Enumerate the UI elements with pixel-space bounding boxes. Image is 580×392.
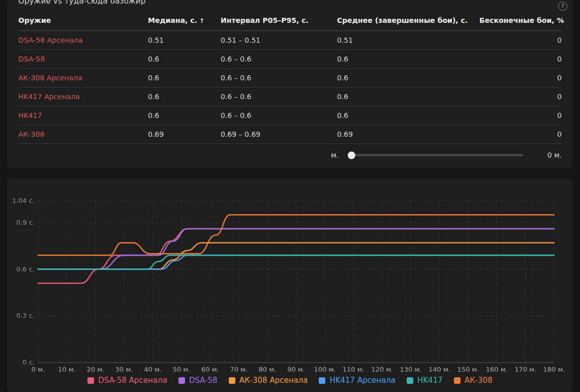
table-row: АК-308 Арсенала0.60.6 – 0.60.60 [18, 69, 562, 87]
x-axis-tick-label: 60 м. [201, 366, 219, 373]
cell-infinite: 0 [479, 69, 562, 87]
x-axis-tick-label: 120 м. [371, 366, 393, 373]
cell-average: 0.6 [337, 106, 479, 125]
distance-slider[interactable] [348, 154, 523, 156]
cell-interval: 0.6 – 0.6 [221, 69, 337, 87]
ttk-chart-card: 0 м.10 м.20 м.30 м.40 м.50 м.60 м.70 м.8… [7, 178, 573, 392]
legend-item[interactable]: DSA-58 Арсенала [87, 376, 167, 385]
weapon-link[interactable]: DSA-58 [18, 55, 45, 63]
legend-swatch [407, 377, 413, 384]
distance-slider-row: м. 0 м. [18, 145, 562, 165]
table-row: DSA-580.60.6 – 0.60.60 [18, 50, 562, 69]
x-axis-tick-label: 110 м. [343, 366, 364, 373]
cell-average: 0.6 [337, 50, 479, 69]
cell-infinite: 0 [479, 87, 562, 106]
cell-average: 0.6 [337, 87, 479, 106]
series-line-АК-308 [38, 215, 554, 256]
cell-median: 0.6 [148, 50, 221, 69]
legend-swatch [319, 377, 325, 384]
y-axis-tick-label: 0.6 с. [16, 265, 35, 273]
x-axis-tick-label: 180 м. [543, 366, 565, 373]
x-axis-tick-label: 170 м. [514, 366, 536, 373]
weapon-link[interactable]: DSA-58 Арсенала [18, 36, 83, 44]
legend-label: DSA-58 Арсенала [98, 376, 167, 385]
column-header-infinite[interactable]: Бесконечные бои, % [479, 11, 562, 31]
cell-median: 0.69 [148, 125, 221, 144]
slider-unit-label: м. [331, 151, 339, 159]
slider-value-label: 0 м. [544, 151, 562, 159]
x-axis-tick-label: 10 м. [58, 366, 76, 373]
weapon-link[interactable]: HK417 Арсенала [18, 93, 80, 101]
column-header-weapon[interactable]: Оружие [18, 11, 148, 31]
cell-weapon: DSA-58 Арсенала [18, 31, 148, 50]
x-axis-tick-label: 80 м. [259, 366, 277, 373]
x-axis-tick-label: 140 м. [429, 366, 450, 373]
weapon-stats-card: Оружие vs туда-сюда базожир ? ОружиеМеди… [7, 0, 573, 168]
cell-interval: 0.6 – 0.6 [221, 50, 337, 69]
sort-ascending-icon: ↑ [197, 17, 204, 24]
x-axis-tick-label: 70 м. [230, 366, 248, 373]
cell-infinite: 0 [479, 50, 562, 69]
weapon-link[interactable]: АК-308 [18, 130, 44, 138]
chart-legend: DSA-58 АрсеналаDSA-58АК-308 АрсеналаHK41… [7, 376, 573, 385]
column-header-label: Медиана, с. [148, 16, 197, 24]
table-header-row: ОружиеМедиана, с. ↑Интервал P05–P95, с.С… [18, 11, 562, 31]
legend-label: DSA-58 [189, 376, 218, 385]
x-axis-tick-label: 0 м. [32, 366, 45, 373]
cell-infinite: 0 [479, 106, 562, 125]
cell-infinite: 0 [479, 31, 562, 50]
legend-item[interactable]: DSA-58 [178, 376, 218, 385]
table-row: DSA-58 Арсенала0.510.51 – 0.510.510 [18, 31, 562, 50]
legend-label: HK417 [417, 376, 443, 385]
cell-median: 0.6 [148, 87, 221, 106]
y-axis-tick-label: 0 с. [22, 358, 35, 366]
cell-weapon: DSA-58 [18, 50, 148, 69]
cell-interval: 0.51 – 0.51 [221, 31, 337, 50]
cell-weapon: HK417 [18, 106, 148, 125]
legend-item[interactable]: HK417 [407, 376, 443, 385]
x-axis-tick-label: 30 м. [115, 366, 133, 373]
legend-swatch [454, 377, 461, 384]
cell-median: 0.51 [148, 31, 221, 50]
legend-item[interactable]: АК-308 Арсенала [229, 376, 308, 385]
column-header-label: Среднее (завершенные бои), с. [337, 16, 468, 24]
table-row: HK4170.60.6 – 0.60.60 [18, 106, 562, 125]
cell-average: 0.51 [337, 31, 479, 50]
column-header-average[interactable]: Среднее (завершенные бои), с. [337, 11, 479, 31]
weapon-link[interactable]: АК-308 Арсенала [18, 74, 82, 82]
legend-swatch [229, 377, 235, 384]
legend-label: АК-308 [465, 376, 493, 385]
info-icon[interactable]: ? [558, 2, 567, 11]
cell-weapon: АК-308 [18, 125, 148, 144]
column-header-interval[interactable]: Интервал P05–P95, с. [221, 11, 337, 31]
legend-item[interactable]: АК-308 [454, 376, 493, 385]
x-axis-tick-label: 130 м. [400, 366, 422, 373]
cell-interval: 0.6 – 0.6 [221, 87, 337, 106]
cell-infinite: 0 [479, 125, 562, 144]
legend-swatch [178, 377, 185, 384]
y-axis-tick-label: 0.9 с. [16, 219, 35, 226]
column-header-label: Интервал P05–P95, с. [221, 16, 309, 24]
column-header-median[interactable]: Медиана, с. ↑ [148, 11, 221, 31]
x-axis-tick-label: 40 м. [144, 366, 162, 373]
cell-interval: 0.69 – 0.69 [221, 125, 337, 144]
legend-label: АК-308 Арсенала [239, 376, 308, 385]
column-header-label: Бесконечные бои, % [479, 16, 564, 24]
x-axis-tick-label: 50 м. [173, 366, 191, 373]
cell-median: 0.6 [148, 106, 221, 125]
table-row: HK417 Арсенала0.60.6 – 0.60.60 [18, 87, 562, 106]
x-axis-tick-label: 20 м. [86, 366, 104, 373]
x-axis-tick-label: 160 м. [486, 366, 508, 373]
card-header: Оружие vs туда-сюда базожир ? [7, 0, 573, 11]
table-row: АК-3080.690.69 – 0.690.690 [18, 125, 562, 144]
weapon-stats-table: ОружиеМедиана, с. ↑Интервал P05–P95, с.С… [18, 11, 562, 144]
column-header-label: Оружие [18, 16, 51, 24]
weapon-link[interactable]: HK417 [18, 111, 42, 119]
cell-weapon: HK417 Арсенала [18, 87, 148, 106]
x-axis-tick-label: 90 м. [287, 366, 305, 373]
legend-swatch [87, 377, 94, 384]
legend-item[interactable]: HK417 Арсенала [319, 376, 395, 385]
x-axis-tick-label: 150 м. [457, 366, 479, 373]
ttk-distance-chart: 0 м.10 м.20 м.30 м.40 м.50 м.60 м.70 м.8… [7, 179, 573, 374]
cell-interval: 0.6 – 0.6 [221, 106, 337, 125]
